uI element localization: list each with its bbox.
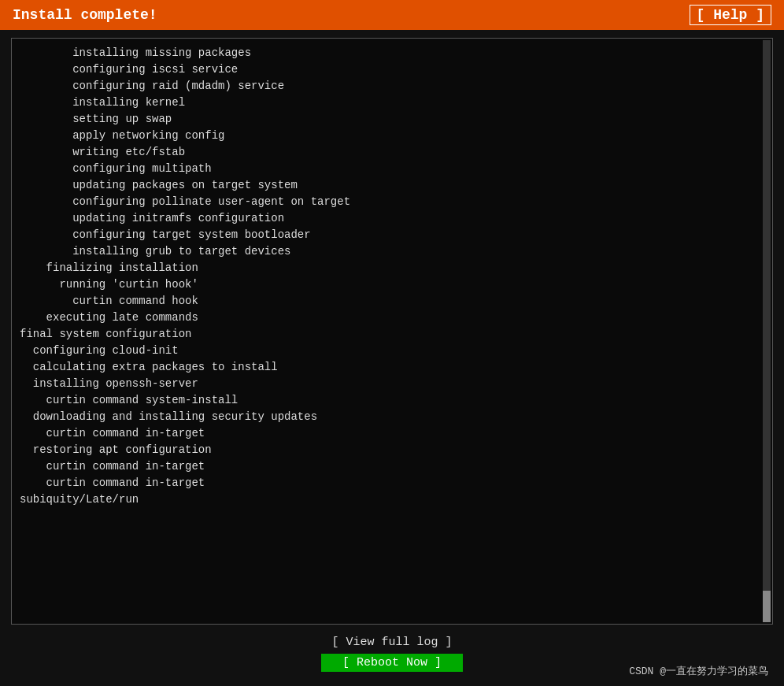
top-bar-title: Install complete! [13, 7, 157, 23]
help-button[interactable]: [ Help ] [690, 5, 771, 25]
reboot-now-button[interactable]: [ Reboot Now ] [321, 654, 463, 672]
log-content: installing missing packages configuring … [20, 45, 764, 508]
main-area: installing missing packages configuring … [0, 30, 784, 686]
scrollbar[interactable] [763, 40, 771, 622]
view-log-button[interactable]: [ View full log ] [319, 634, 464, 651]
footer-text: CSDN @一直在努力学习的菜鸟 [629, 664, 768, 678]
top-bar: Install complete! [ Help ] [0, 0, 784, 30]
log-box: installing missing packages configuring … [11, 38, 773, 625]
scrollbar-thumb [763, 591, 771, 622]
